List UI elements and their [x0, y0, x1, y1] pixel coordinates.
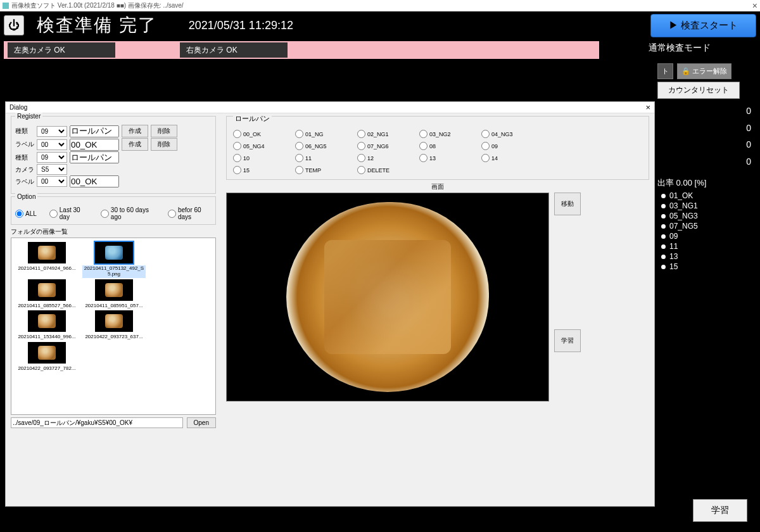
category-radio[interactable]: 00_OK: [233, 130, 289, 138]
category-radio[interactable]: 12: [357, 154, 413, 162]
left-camera-status: 左奥カメラ OK: [8, 42, 115, 58]
camera-select[interactable]: S5: [37, 164, 67, 175]
legend-item: 03_NG1: [661, 201, 756, 210]
open-button[interactable]: Open: [187, 417, 216, 428]
dialog-titlebar: Dialog ×: [6, 102, 654, 113]
counter-values: 0 0 0 0: [657, 99, 756, 174]
category-radio[interactable]: 15: [233, 166, 289, 174]
start-inspection-button[interactable]: ▶ 検査スタート: [650, 14, 756, 37]
bread-image: [286, 202, 489, 392]
legend-item: 07_NG5: [661, 222, 756, 231]
status-title: 検査準備 完了: [37, 13, 157, 37]
camera-status-bar: 左奥カメラ OK 右奥カメラ OK: [4, 41, 599, 59]
rollpan-fieldset: ロールパン 00_OK01_NG02_NG103_NG204_NG305_NG4…: [226, 116, 649, 180]
category-radio[interactable]: 08: [419, 142, 475, 150]
type-text-2[interactable]: [70, 151, 119, 163]
thumbnail-item[interactable]: 20210411_085527_566...: [15, 279, 79, 310]
category-radio[interactable]: 02_NG1: [357, 130, 413, 138]
category-legend: 01_OK 03_NG1 05_NG3 07_NG5 09 11 13 15: [657, 191, 756, 271]
legend-item: 15: [661, 262, 756, 271]
legend-item: 01_OK: [661, 191, 756, 200]
category-radio[interactable]: 11: [295, 154, 351, 162]
dialog-right-panel: ロールパン 00_OK01_NG02_NG103_NG204_NG305_NG4…: [221, 113, 654, 506]
delete-button-2[interactable]: 削除: [151, 138, 177, 151]
category-radio[interactable]: 03_NG2: [419, 130, 475, 138]
camera-strip: 左奥カメラ OK 右奥カメラ OK 通常検査モード: [0, 39, 760, 61]
type-select-1[interactable]: 09: [37, 126, 67, 137]
thumbnail-item[interactable]: 20210422_093727_782...: [15, 342, 79, 372]
category-radio[interactable]: 04_NG3: [481, 130, 537, 138]
legend-item: 09: [661, 232, 756, 241]
window-close-icon[interactable]: ×: [752, 1, 757, 11]
label-select-1[interactable]: 00: [37, 139, 67, 150]
opt-all[interactable]: ALL: [15, 206, 37, 220]
learn-button-main[interactable]: 学習: [693, 499, 747, 522]
dialog-close-icon[interactable]: ×: [645, 103, 650, 112]
category-radio[interactable]: 06_NG5: [295, 142, 351, 150]
dialog-title-text: Dialog: [10, 104, 27, 111]
delete-button-1[interactable]: 削除: [151, 125, 177, 137]
register-dialog: Dialog × Register 種類 09 作成 削除 ラベル 00 作成: [5, 101, 655, 507]
timestamp: 2021/05/31 11:29:12: [189, 19, 293, 32]
counter-reset-button[interactable]: カウンタリセット: [657, 82, 740, 99]
power-button[interactable]: ⏻: [4, 15, 24, 35]
app-icon: [3, 3, 9, 9]
type-select-2[interactable]: 09: [37, 152, 67, 163]
thumbnail-item[interactable]: 20210411_075132_492_S5.png: [82, 242, 146, 278]
label-text-2[interactable]: [70, 175, 119, 187]
main-header: ⏻ 検査準備 完了 2021/05/31 11:29:12 ▶ 検査スタート: [0, 11, 760, 39]
make-button-2[interactable]: 作成: [122, 138, 148, 151]
opt-mid[interactable]: 30 to 60 days ago: [101, 206, 155, 220]
detection-rate: 出率 0.00 [%]: [657, 177, 756, 189]
app-titlebar: 画像検査ソフト Ver.1.00t (2021/2/18 ■■) 画像保存先: …: [0, 0, 760, 11]
screen-label: 画面: [226, 182, 649, 191]
category-radio[interactable]: 09: [481, 142, 537, 150]
thumbnail-list: 20210411_074924_966...20210411_075132_49…: [11, 238, 216, 415]
register-fieldset: Register 種類 09 作成 削除 ラベル 00 作成 削除 種類: [11, 116, 216, 194]
category-radio[interactable]: 07_NG6: [357, 142, 413, 150]
thumbnail-item[interactable]: 20210411_085951_057...: [82, 279, 146, 310]
folder-list-title: フォルダの画像一覧: [11, 227, 216, 236]
label-text-1[interactable]: [70, 139, 119, 151]
truncated-button[interactable]: ト: [657, 63, 673, 79]
category-radio[interactable]: 14: [481, 154, 537, 162]
category-radio[interactable]: 05_NG4: [233, 142, 289, 150]
right-side-panel: ト 🔒 エラー解除 カウンタリセット 0 0 0 0 出率 0.00 [%] 0…: [657, 63, 756, 272]
dialog-left-panel: Register 種類 09 作成 削除 ラベル 00 作成 削除 種類: [6, 113, 221, 506]
legend-item: 05_NG3: [661, 212, 756, 220]
category-radio[interactable]: 13: [419, 154, 475, 162]
category-radio[interactable]: 01_NG: [295, 130, 351, 138]
thumbnail-item[interactable]: 20210422_093723_637...: [82, 310, 146, 341]
path-input[interactable]: [11, 417, 183, 428]
opt-last30[interactable]: Last 30 day: [49, 206, 88, 220]
make-button-1[interactable]: 作成: [122, 125, 148, 137]
option-fieldset: Option ALL Last 30 day 30 to 60 days ago…: [11, 196, 216, 225]
inspection-mode: 通常検査モード: [643, 41, 716, 55]
label-select-2[interactable]: 00: [37, 176, 67, 187]
move-button[interactable]: 移動: [554, 193, 581, 215]
thumbnail-item[interactable]: 20210411_074924_966...: [15, 242, 79, 278]
image-preview: [226, 193, 549, 402]
error-clear-button[interactable]: 🔒 エラー解除: [677, 63, 732, 79]
legend-item: 13: [661, 252, 756, 261]
right-camera-status: 右奥カメラ OK: [180, 42, 288, 58]
titlebar-text: 画像検査ソフト Ver.1.00t (2021/2/18 ■■) 画像保存先: …: [11, 1, 184, 10]
learn-button-dialog[interactable]: 学習: [554, 329, 581, 352]
thumbnail-item[interactable]: 20210411_153440_996...: [15, 310, 79, 341]
type-text-1[interactable]: [70, 125, 119, 137]
category-radio[interactable]: 10: [233, 154, 289, 162]
category-radio[interactable]: DELETE: [357, 166, 413, 174]
category-radio[interactable]: TEMP: [295, 166, 351, 174]
legend-item: 11: [661, 242, 756, 251]
opt-befor60[interactable]: befor 60 days: [168, 206, 212, 220]
